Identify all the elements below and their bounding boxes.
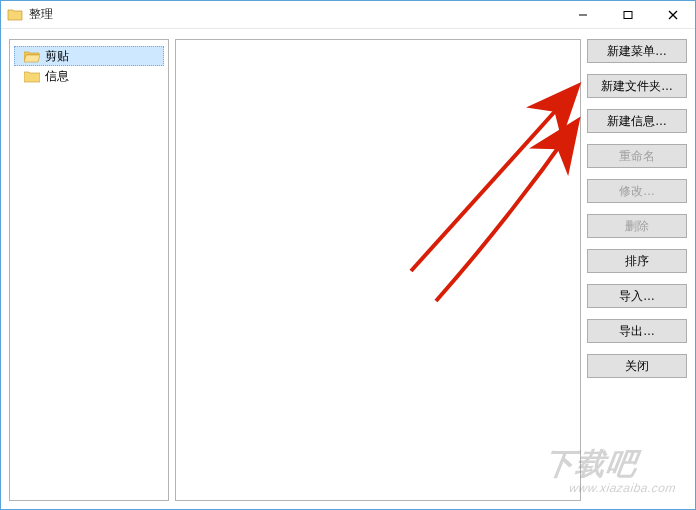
new-folder-button[interactable]: 新建文件夹…: [587, 74, 687, 98]
modify-button[interactable]: 修改…: [587, 179, 687, 203]
delete-button[interactable]: 删除: [587, 214, 687, 238]
new-menu-button[interactable]: 新建菜单…: [587, 39, 687, 63]
window-title: 整理: [29, 6, 53, 23]
title-bar: 整理: [1, 1, 695, 29]
window-body: 剪贴 信息 新建菜单… 新建文件夹… 新建信息… 重命名 修改… 删除 排序 导…: [1, 29, 695, 509]
rename-button[interactable]: 重命名: [587, 144, 687, 168]
app-window: 整理 剪贴 信息: [0, 0, 696, 510]
minimize-button[interactable]: [560, 1, 605, 29]
close-dialog-button[interactable]: 关闭: [587, 354, 687, 378]
tree-item-info[interactable]: 信息: [14, 66, 164, 86]
button-column: 新建菜单… 新建文件夹… 新建信息… 重命名 修改… 删除 排序 导入… 导出……: [587, 39, 687, 501]
window-controls: [560, 1, 695, 29]
folder-icon: [24, 70, 40, 83]
tree-item-clipboard[interactable]: 剪贴: [14, 46, 164, 66]
import-button[interactable]: 导入…: [587, 284, 687, 308]
new-info-button[interactable]: 新建信息…: [587, 109, 687, 133]
folder-open-icon: [24, 50, 40, 63]
maximize-button[interactable]: [605, 1, 650, 29]
svg-rect-1: [624, 11, 632, 18]
sort-button[interactable]: 排序: [587, 249, 687, 273]
detail-pane[interactable]: [175, 39, 581, 501]
app-icon: [7, 7, 23, 23]
tree-item-label: 剪贴: [45, 46, 69, 66]
export-button[interactable]: 导出…: [587, 319, 687, 343]
tree-pane[interactable]: 剪贴 信息: [9, 39, 169, 501]
tree-item-label: 信息: [45, 66, 69, 86]
close-button[interactable]: [650, 1, 695, 29]
